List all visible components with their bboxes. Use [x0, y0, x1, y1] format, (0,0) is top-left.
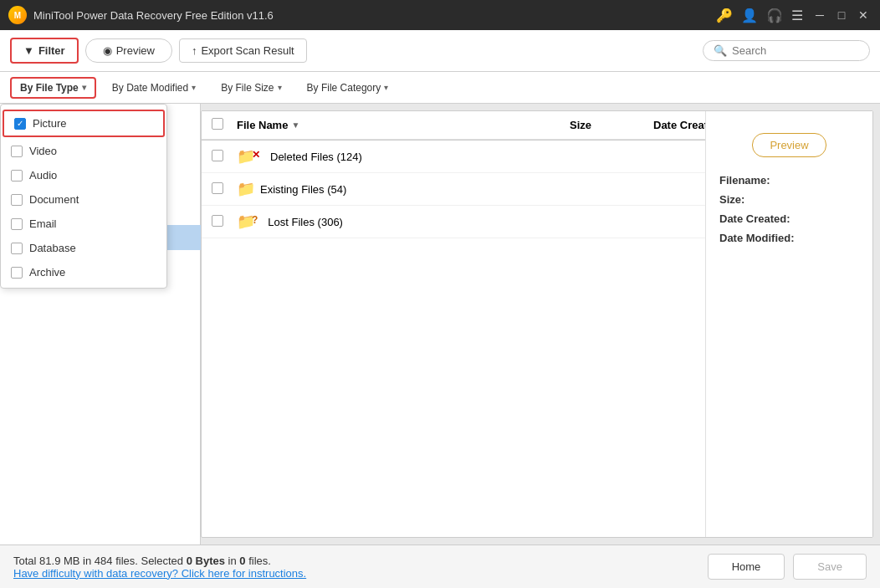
title-bar: M MiniTool Power Data Recovery Free Edit…	[0, 0, 880, 30]
right-content: ✕ File Name ▼ Size Date Created Date Mod…	[201, 110, 873, 538]
blue-accent	[167, 225, 201, 250]
existing-folder-icon: 📁	[237, 180, 255, 198]
by-file-category-label: By File Category	[307, 82, 381, 94]
document-checkbox[interactable]	[11, 194, 23, 206]
by-file-type-dropdown[interactable]: By File Type ▾	[10, 77, 96, 99]
search-input[interactable]	[732, 44, 866, 57]
select-all-checkbox[interactable]	[212, 118, 223, 130]
app-title: MiniTool Power Data Recovery Free Editio…	[33, 9, 716, 22]
lost-files-label: Lost Files (306)	[268, 216, 343, 228]
save-button[interactable]: Save	[793, 554, 867, 580]
dropdown-item-archive[interactable]: Archive	[1, 260, 166, 284]
key-icon[interactable]: 🔑	[716, 8, 733, 23]
by-date-modified-dropdown[interactable]: By Date Modified ▾	[103, 78, 205, 98]
date-modified-info: Date Modified:	[719, 232, 859, 244]
selected-bytes: 0 Bytes	[187, 555, 225, 567]
filename-info: Filename:	[719, 174, 859, 187]
by-file-category-dropdown[interactable]: By File Category ▾	[298, 78, 398, 98]
total-text: Total 81.9 MB in 484 files. Selected	[13, 555, 187, 567]
dropdown-item-database[interactable]: Database	[1, 236, 166, 260]
size-info-label: Size:	[719, 193, 744, 206]
deleted-files-label: Deleted Files (124)	[270, 151, 362, 163]
preview-action-button[interactable]: Preview	[752, 133, 826, 157]
document-label: Document	[29, 193, 79, 206]
by-date-modified-label: By Date Modified	[112, 82, 188, 94]
video-label: Video	[29, 145, 57, 157]
size-info: Size:	[719, 193, 859, 206]
row-checkbox[interactable]	[212, 150, 223, 161]
menu-icon[interactable]: ☰	[791, 8, 803, 23]
date-created-info: Date Created:	[719, 212, 859, 225]
preview-button[interactable]: ◉ Preview	[85, 38, 172, 63]
dropdown-item-email[interactable]: Email	[1, 212, 166, 236]
maximize-button[interactable]: □	[833, 7, 850, 23]
filter-bar: By File Type ▾ By Date Modified ▾ By Fil…	[0, 72, 880, 104]
header-filename: File Name ▼	[237, 119, 570, 131]
row-filename: 📁 ✕ Deleted Files (124)	[237, 147, 570, 166]
dropdown-item-audio[interactable]: Audio	[1, 163, 166, 187]
archive-checkbox[interactable]	[11, 267, 23, 279]
picture-label: Picture	[33, 117, 66, 130]
help-link[interactable]: Have difficulty with data recovery? Clic…	[13, 567, 708, 580]
database-checkbox[interactable]	[11, 243, 23, 254]
dropdown-item-video[interactable]: Video	[1, 139, 166, 163]
dropdown-item-document[interactable]: Document	[1, 187, 166, 212]
filter-button[interactable]: ▼ Filter	[10, 38, 79, 64]
row-check	[212, 150, 237, 164]
filename-info-label: Filename:	[719, 174, 770, 187]
row-check	[212, 182, 237, 197]
email-label: Email	[29, 217, 57, 230]
chevron-down-icon: ▾	[278, 83, 282, 92]
row-filename: 📁 Existing Files (54)	[237, 180, 570, 198]
chevron-down-icon: ▾	[384, 83, 388, 92]
deleted-x-icon: ✕	[252, 149, 260, 161]
lost-question-icon: ?	[252, 214, 258, 226]
file-type-dropdown-menu: ✓ Picture Video Audio Document Email	[0, 104, 167, 289]
preview-panel: Preview Filename: Size: Date Created: Da…	[705, 111, 872, 537]
export-button[interactable]: ↑ Export Scan Result	[179, 38, 307, 63]
status-summary: Total 81.9 MB in 484 files. Selected 0 B…	[13, 555, 708, 567]
email-checkbox[interactable]	[11, 218, 23, 230]
eye-icon: ◉	[103, 44, 112, 57]
status-text-area: Total 81.9 MB in 484 files. Selected 0 B…	[13, 555, 708, 580]
export-label: Export Scan Result	[201, 44, 294, 57]
headset-icon[interactable]: 🎧	[766, 8, 783, 23]
sort-arrow-icon[interactable]: ▼	[291, 120, 299, 130]
by-file-size-label: By File Size	[221, 82, 274, 94]
header-size: Size	[570, 119, 653, 131]
video-checkbox[interactable]	[11, 146, 23, 157]
search-icon: 🔍	[714, 44, 727, 57]
status-buttons: Home Save	[708, 554, 867, 580]
filter-icon: ▼	[23, 44, 34, 57]
chevron-down-icon: ▾	[82, 83, 86, 92]
selected-files: 0	[239, 555, 245, 567]
export-icon: ↑	[192, 44, 197, 57]
row-checkbox[interactable]	[212, 182, 223, 194]
in-text: in	[225, 555, 239, 567]
window-controls: ─ □ ✕	[811, 7, 872, 23]
row-checkbox[interactable]	[212, 215, 223, 227]
database-label: Database	[29, 242, 76, 254]
by-file-type-label: By File Type	[20, 82, 79, 94]
size-col-label: Size	[570, 119, 591, 131]
home-button[interactable]: Home	[708, 554, 785, 580]
archive-label: Archive	[29, 266, 65, 279]
picture-checkbox[interactable]: ✓	[14, 118, 26, 130]
user-icon[interactable]: 👤	[741, 8, 758, 23]
header-check	[212, 118, 237, 132]
filter-label: Filter	[38, 44, 65, 57]
files-text: files.	[246, 555, 271, 567]
filename-col-label: File Name	[237, 119, 288, 131]
audio-label: Audio	[29, 169, 57, 182]
date-modified-info-label: Date Modified:	[719, 232, 795, 244]
lost-folder-icon: 📁 ?	[237, 212, 263, 231]
dropdown-item-picture[interactable]: ✓ Picture	[3, 110, 165, 137]
close-button[interactable]: ✕	[855, 7, 872, 23]
by-file-size-dropdown[interactable]: By File Size ▾	[212, 78, 290, 98]
title-bar-icons: 🔑 👤 🎧 ☰	[716, 8, 803, 23]
audio-checkbox[interactable]	[11, 170, 23, 182]
minimize-button[interactable]: ─	[811, 7, 828, 23]
status-bar: Total 81.9 MB in 484 files. Selected 0 B…	[0, 545, 880, 588]
row-filename: 📁 ? Lost Files (306)	[237, 212, 570, 231]
chevron-down-icon: ▾	[192, 83, 196, 92]
